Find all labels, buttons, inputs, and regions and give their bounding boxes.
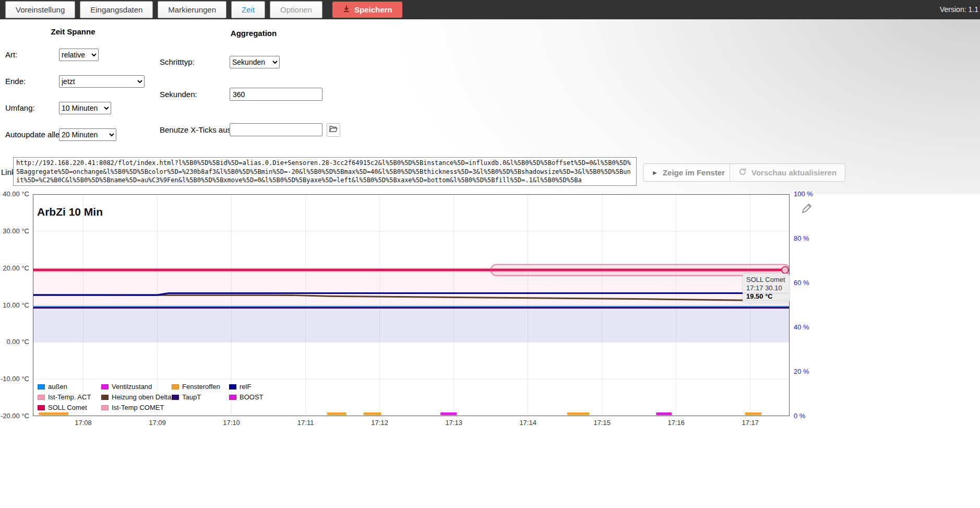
tab-optionen[interactable]: Optionen — [270, 1, 322, 18]
legend-item: TaupT — [172, 392, 229, 402]
series-marker-Fensteroffen — [567, 412, 590, 415]
series-marker-Fensteroffen — [745, 412, 761, 415]
refresh-preview-label: Vorschau aktualisieren — [751, 168, 836, 177]
tooltip-series: SOLL Comet — [746, 276, 786, 284]
x-axis-tick-label: 17:09 — [142, 419, 173, 427]
download-icon — [343, 5, 350, 14]
chart-legend: außenVentilzustandFensteroffenrelFIst-Te… — [38, 382, 264, 412]
series-marker-Ventilzustand — [440, 412, 457, 415]
link-url-box[interactable]: http://192.168.220.41:8082/flot/index.ht… — [13, 157, 637, 186]
art-label: Art: — [5, 50, 17, 59]
legend-label: Ist-Temp. ACT — [48, 393, 91, 401]
legend-label: relF — [240, 383, 251, 391]
x-axis-tick-label: 17:16 — [661, 419, 692, 427]
x-axis-tick-label: 17:15 — [587, 419, 618, 427]
series-marker-Fensteroffen — [363, 412, 381, 415]
series-marker-Fensteroffen — [39, 412, 68, 415]
show-in-window-label: Zeige im Fenster — [663, 168, 725, 177]
refresh-icon — [738, 168, 747, 178]
xticks-folder-button[interactable] — [327, 123, 340, 137]
y-right-tick-label: 20 % — [794, 368, 809, 375]
legend-swatch — [229, 384, 236, 389]
y-left-tick-label: 30.00 °C — [0, 227, 29, 235]
x-axis-tick-label: 17:08 — [68, 419, 99, 427]
section-header-aggregation: Aggregation — [159, 22, 348, 44]
ende-label: Ende: — [5, 77, 26, 86]
tab-voreinstellung[interactable]: Voreinstellung — [5, 1, 75, 18]
y-left-tick-label: 20.00 °C — [0, 264, 29, 272]
legend-swatch — [38, 405, 45, 410]
tab-markierungen[interactable]: Markierungen — [158, 1, 226, 18]
umfang-label: Umfang: — [5, 103, 35, 112]
legend-label: TaupT — [182, 393, 201, 401]
series-fill-SOLL Comet — [33, 270, 790, 342]
legend-item: Fensteroffen — [172, 382, 229, 392]
legend-item: BOOST — [229, 392, 264, 402]
chart-title: ArbZi 10 Min — [37, 206, 103, 218]
legend-label: Fensteroffen — [182, 383, 220, 391]
legend-swatch — [38, 395, 45, 400]
legend-swatch — [101, 405, 109, 410]
tab-eingangsdaten[interactable]: Eingangsdaten — [80, 1, 153, 18]
x-axis-tick-label: 17:12 — [364, 419, 396, 427]
y-left-tick-label: -20.00 °C — [0, 412, 29, 420]
y-right-tick-label: 60 % — [794, 279, 809, 287]
legend-swatch — [229, 395, 236, 400]
y-left-tick-label: 10.00 °C — [0, 301, 29, 309]
sekunden-label: Sekunden: — [160, 90, 197, 99]
tooltip-value: 19.50 °C — [746, 292, 786, 301]
legend-label: Ventilzustand — [112, 383, 152, 391]
version-label: Version: 1.1 — [940, 5, 978, 14]
xticks-input[interactable] — [230, 123, 322, 136]
x-axis-tick-label: 17:11 — [290, 419, 321, 427]
show-in-window-button[interactable]: ► Zeige im Fenster — [643, 163, 734, 182]
y-right-tick-label: 80 % — [794, 234, 809, 242]
y-left-tick-label: 40.00 °C — [0, 190, 29, 198]
play-icon: ► — [652, 169, 658, 176]
schritttyp-select[interactable]: Sekunden — [230, 56, 280, 68]
x-axis-tick-label: 17:13 — [438, 419, 470, 427]
y-right-tick-label: 100 % — [794, 190, 813, 198]
legend-swatch — [172, 384, 179, 389]
legend-label: außen — [48, 383, 67, 391]
legend-item: Ist-Temp. ACT — [38, 392, 101, 402]
schritttyp-label: Schritttyp: — [160, 57, 195, 66]
legend-item: Ventilzustand — [101, 382, 172, 392]
x-axis-tick-label: 17:17 — [735, 419, 766, 427]
edit-pencil-icon[interactable] — [800, 202, 813, 216]
chart-plot[interactable]: ArbZi 10 Min außenVentilzustandFensterof… — [33, 194, 790, 416]
save-button[interactable]: Speichern — [332, 2, 403, 18]
legend-item: relF — [229, 382, 264, 392]
y-left-tick-label: -10.00 °C — [0, 375, 29, 383]
tab-zeit[interactable]: Zeit — [231, 1, 265, 18]
chart-area: ArbZi 10 Min außenVentilzustandFensterof… — [0, 194, 980, 440]
series-marker-Fensteroffen — [327, 412, 346, 415]
x-axis-tick-label: 17:14 — [512, 419, 544, 427]
save-button-label: Speichern — [354, 5, 392, 14]
section-header-zeit-spanne: Zeit Spanne — [4, 22, 142, 41]
legend-swatch — [172, 395, 179, 400]
autoupdate-label: Autoupdate alle: — [5, 130, 62, 139]
folder-icon — [329, 125, 338, 135]
ende-select[interactable]: jetzt — [59, 75, 145, 88]
legend-label: SOLL Comet — [48, 404, 87, 411]
legend-item: SOLL Comet — [38, 403, 101, 412]
xticks-label: Benutze X-Ticks aus: — [160, 125, 233, 134]
legend-item: Heizung oben Delta — [101, 392, 172, 402]
autoupdate-select[interactable]: 20 Minuten — [59, 128, 116, 141]
y-left-tick-label: 0.00 °C — [0, 338, 29, 346]
refresh-preview-button[interactable]: Vorschau aktualisieren — [730, 163, 845, 182]
x-axis-tick-label: 17:10 — [216, 419, 247, 427]
legend-label: Ist-Temp COMET — [112, 404, 164, 411]
art-select[interactable]: relative — [59, 49, 99, 61]
legend-item: Ist-Temp COMET — [101, 403, 172, 412]
sekunden-input[interactable] — [230, 88, 322, 101]
tooltip-datetime: 17:17 30.10 — [746, 284, 786, 292]
legend-swatch — [38, 384, 45, 389]
y-right-tick-label: 40 % — [794, 323, 809, 331]
legend-label: Heizung oben Delta — [112, 393, 171, 401]
highlight-end-marker — [782, 267, 788, 274]
umfang-select[interactable]: 10 Minuten — [59, 102, 111, 114]
chart-tooltip: SOLL Comet 17:17 30.10 19.50 °C — [743, 274, 790, 303]
series-marker-BOOST — [656, 412, 672, 415]
